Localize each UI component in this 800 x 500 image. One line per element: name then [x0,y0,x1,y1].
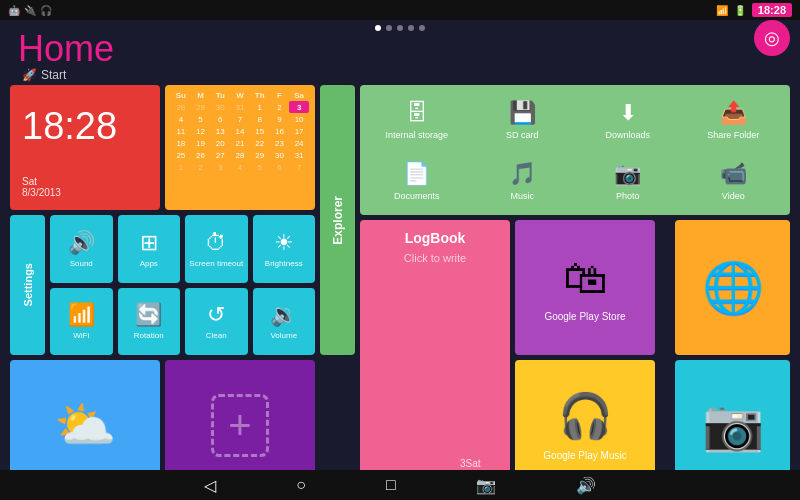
sound-label: Sound [70,259,93,268]
android-icon: 🤖 [8,5,20,16]
documents-label: Documents [394,191,440,201]
cal-day: 13 [210,125,230,137]
cal-day: 11 [171,125,191,137]
calendar-week-5: 25 26 27 28 29 30 31 [171,149,309,161]
cal-day: 6 [270,161,290,173]
camera-icon: 📷 [702,396,764,454]
clock-day: Sat [22,176,148,187]
clock-date: 8/3/2013 [22,187,148,198]
status-icons-right: 📶 🔋 18:28 [716,3,792,17]
browser-tile[interactable]: 🌐 [675,220,790,355]
home-button[interactable]: ○ [296,476,306,494]
settings-volume[interactable]: 🔉 Volume [253,288,316,356]
back-button[interactable]: ◁ [204,476,216,495]
screenshot-button[interactable]: 📷 [476,476,496,495]
volume-button[interactable]: 🔊 [576,476,596,495]
weather-icon: ⛅ [54,396,116,454]
explorer-share-folder[interactable]: 📤 Share Folder [683,91,785,148]
documents-icon: 📄 [403,161,430,187]
cal-day: 7 [289,161,309,173]
google-play-music-label: Google Play Music [543,450,626,461]
logbook-hint[interactable]: Click to write [404,252,466,264]
explorer-grid-tile[interactable]: 🗄 Internal storage 💾 SD card ⬇ Downloads… [360,85,790,215]
settings-apps[interactable]: ⊞ Apps [118,215,181,283]
page-dot-4[interactable] [408,25,414,31]
explorer-sd-card[interactable]: 💾 SD card [472,91,574,148]
start-label: 🚀 Start [22,68,66,82]
google-play-store-tile[interactable]: 🛍 Google Play Store [515,220,655,355]
settings-rotation[interactable]: 🔄 Rotation [118,288,181,356]
wifi-label: WiFi [73,331,89,340]
clean-label: Clean [206,331,227,340]
explorer-downloads[interactable]: ⬇ Downloads [577,91,679,148]
page-dot-5[interactable] [419,25,425,31]
cal-day: 12 [191,125,211,137]
settings-screen-timeout[interactable]: ⏱ Screen timeout [185,215,248,283]
rocket-icon: 🚀 [22,68,37,82]
explorer-photo[interactable]: 📷 Photo [577,152,679,209]
settings-wifi[interactable]: 📶 WiFi [50,288,113,356]
page-dots [375,25,425,31]
google-play-store-icon: 🛍 [563,253,607,303]
apps-label: Apps [140,259,158,268]
browser-icon: 🌐 [702,259,764,317]
google-play-music-icon: 🎧 [558,390,613,442]
cal-day: 24 [289,137,309,149]
video-icon: 📹 [720,161,747,187]
calendar-tile[interactable]: Su M Tu W Th F Sa 28 29 30 31 1 2 3 4 5 … [165,85,315,210]
status-icons-left: 🤖 🔌 🎧 [8,5,52,16]
headphones-icon: 🎧 [40,5,52,16]
photo-icon: 📷 [614,161,641,187]
page-dot-1[interactable] [375,25,381,31]
screen-timeout-label: Screen timeout [189,259,243,268]
cal-day: 25 [171,149,191,161]
cal-day: 30 [210,101,230,113]
cal-day: 1 [171,161,191,173]
calendar-week-2: 4 5 6 7 8 9 10 [171,113,309,125]
settings-brightness[interactable]: ☀ Brightness [253,215,316,283]
calendar-week-1: 28 29 30 31 1 2 3 [171,101,309,113]
cal-day: 14 [230,125,250,137]
google-play-store-label: Google Play Store [544,311,625,322]
cal-day: 4 [230,161,250,173]
settings-sound[interactable]: 🔊 Sound [50,215,113,283]
cal-day: 31 [230,101,250,113]
cal-day: 29 [250,149,270,161]
cal-header-f: F [270,89,290,101]
page-dot-2[interactable] [386,25,392,31]
explorer-sidebar-tile[interactable]: Explorer [320,85,355,355]
internal-storage-label: Internal storage [385,130,448,140]
sd-card-label: SD card [506,130,539,140]
calendar-week-4: 18 19 20 21 22 23 24 [171,137,309,149]
explorer-internal-storage[interactable]: 🗄 Internal storage [366,91,468,148]
cal-day: 30 [270,149,290,161]
cal-day: 28 [230,149,250,161]
settings-grid-tile[interactable]: 🔊 Sound ⊞ Apps ⏱ Screen timeout ☀ Bright… [50,215,315,355]
clean-icon: ↺ [207,302,225,328]
status-bar: 🤖 🔌 🎧 📶 🔋 18:28 [0,0,800,20]
volume-icon: 🔉 [270,302,297,328]
brightness-icon: ☀ [274,230,294,256]
add-icon: + [211,394,268,457]
settings-label: Settings [22,263,34,306]
clock-tile[interactable]: 18:28 Sat 8/3/2013 [10,85,160,210]
cal-day: 7 [230,113,250,125]
share-folder-icon: 📤 [720,100,747,126]
page-dot-3[interactable] [397,25,403,31]
logbook-title: LogBook [405,230,466,246]
apps-icon: ⊞ [140,230,158,256]
logo-icon: ◎ [764,27,780,49]
recent-apps-button[interactable]: □ [386,476,396,494]
explorer-documents[interactable]: 📄 Documents [366,152,468,209]
explorer-music[interactable]: 🎵 Music [472,152,574,209]
cal-day: 18 [171,137,191,149]
cal-day: 2 [270,101,290,113]
logbook-tile[interactable]: LogBook Click to write 3SatAug2013 [360,220,510,490]
settings-sidebar-tile[interactable]: Settings [10,215,45,355]
volume-label: Volume [270,331,297,340]
cal-day: 26 [191,149,211,161]
explorer-video[interactable]: 📹 Video [683,152,785,209]
internal-storage-icon: 🗄 [406,100,428,126]
settings-clean[interactable]: ↺ Clean [185,288,248,356]
cal-header-sa: Sa [289,89,309,101]
